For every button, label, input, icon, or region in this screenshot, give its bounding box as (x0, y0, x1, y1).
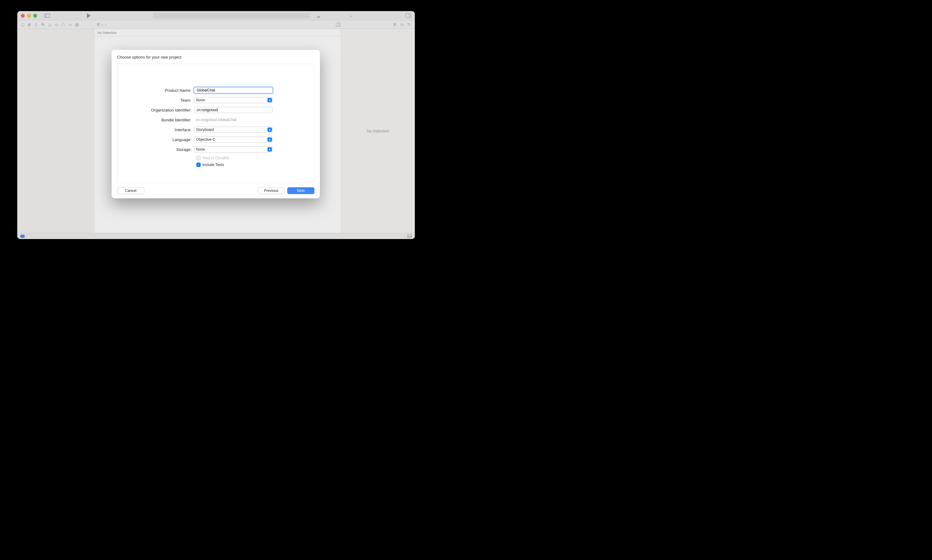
interface-value: Storyboard (196, 128, 214, 132)
language-popup[interactable]: Objective-C (194, 137, 273, 143)
stepper-icon (268, 147, 272, 152)
window-controls (21, 14, 37, 18)
storage-label: Storage: (117, 147, 194, 152)
bundle-id-label: Bundle Identifier: (117, 118, 194, 122)
sheet-button-bar: Cancel Previous Next (117, 187, 314, 194)
next-button[interactable]: Next (287, 187, 314, 194)
org-id-label: Organization Identifier: (117, 108, 194, 112)
include-tests-row[interactable]: ✓ Include Tests (117, 162, 314, 168)
svg-rect-0 (45, 14, 49, 18)
inspector-tabbar: 📄︎ ◷ ?⃝ (393, 23, 411, 27)
debug-area-toggle-icon[interactable] (407, 234, 412, 238)
file-inspector-icon[interactable]: 📄︎ (393, 23, 397, 27)
tests-nav-icon[interactable]: ◇ (54, 23, 59, 27)
include-tests-label: Include Tests (202, 163, 224, 167)
navigator-pane (17, 29, 94, 233)
source-control-nav-icon[interactable]: ⊠ (27, 23, 31, 27)
storage-popup[interactable]: None (194, 146, 273, 152)
cloud-icon: ☁︎ (316, 14, 320, 18)
activity-viewer[interactable] (153, 13, 310, 18)
cloudkit-label: Host in CloudKit (202, 156, 229, 160)
team-popup[interactable]: None (194, 97, 273, 103)
filter-icon[interactable] (20, 235, 25, 238)
editor-layout-icon[interactable] (336, 23, 340, 26)
minimize-window-button[interactable] (27, 14, 31, 18)
help-inspector-icon[interactable]: ?⃝ (407, 23, 411, 27)
inspector-pane: No Selection (341, 29, 415, 233)
stepper-icon (268, 128, 272, 132)
org-id-field[interactable] (194, 107, 273, 113)
product-name-input[interactable] (196, 88, 271, 93)
history-inspector-icon[interactable]: ◷ (401, 23, 404, 27)
search-nav-icon[interactable]: 🔍︎ (41, 23, 45, 27)
bookmark-nav-icon[interactable]: ▯ (34, 23, 38, 27)
team-value: None (196, 98, 205, 102)
sheet-title: Choose options for your new project: (117, 55, 314, 60)
cloudkit-checkbox (196, 156, 201, 160)
back-icon[interactable]: ‹ (102, 22, 103, 27)
debug-nav-icon[interactable]: ⬡ (61, 23, 65, 27)
product-name-field[interactable] (194, 87, 273, 93)
cloudkit-row: Host in CloudKit (117, 155, 314, 162)
issues-nav-icon[interactable]: △ (48, 23, 52, 27)
options-form: Product Name: Team: None Organization Id… (117, 64, 314, 183)
navigator-tabbar: ▢ ⊠ ▯ 🔍︎ △ ◇ ⬡ ▭ ▤ ⊞ ‹ › 📄︎ ◷ ?⃝ (17, 20, 415, 29)
editor-no-selection-label: No Selection (94, 29, 341, 36)
previous-button[interactable]: Previous (258, 187, 285, 194)
right-panel-toggle-icon[interactable] (405, 13, 411, 18)
language-value: Objective-C (196, 137, 216, 142)
editor-path-bar: ⊞ ‹ › (97, 22, 106, 27)
stepper-icon (268, 98, 272, 102)
cancel-button[interactable]: Cancel (117, 187, 144, 194)
inspector-empty-label: No Selection (367, 129, 390, 133)
sidebar-toggle-icon[interactable] (45, 14, 50, 18)
close-window-button[interactable] (21, 14, 25, 18)
language-label: Language: (117, 137, 194, 142)
team-label: Team: (117, 98, 194, 103)
bundle-id-value: cn.rongcloud.GlobalChat (194, 117, 273, 123)
add-tab-icon[interactable]: ＋ (349, 14, 353, 19)
include-tests-checkbox[interactable]: ✓ (196, 163, 201, 167)
reports-nav-icon[interactable]: ▤ (75, 23, 79, 27)
product-name-label: Product Name: (117, 88, 194, 93)
related-items-icon[interactable]: ⊞ (97, 22, 100, 27)
folder-nav-icon[interactable]: ▢ (20, 23, 25, 27)
run-button-icon[interactable] (87, 13, 91, 18)
zoom-window-button[interactable] (33, 14, 37, 18)
breakpoints-nav-icon[interactable]: ▭ (68, 23, 72, 27)
storage-value: None (196, 147, 205, 152)
titlebar: ☁︎ ＋ (17, 11, 415, 20)
stepper-icon (268, 137, 272, 142)
status-bar (17, 233, 415, 239)
org-id-input[interactable] (196, 108, 271, 112)
interface-popup[interactable]: Storyboard (194, 126, 273, 133)
new-project-options-sheet: Choose options for your new project: Pro… (112, 50, 320, 198)
interface-label: Interface: (117, 128, 194, 132)
forward-icon[interactable]: › (105, 22, 106, 27)
